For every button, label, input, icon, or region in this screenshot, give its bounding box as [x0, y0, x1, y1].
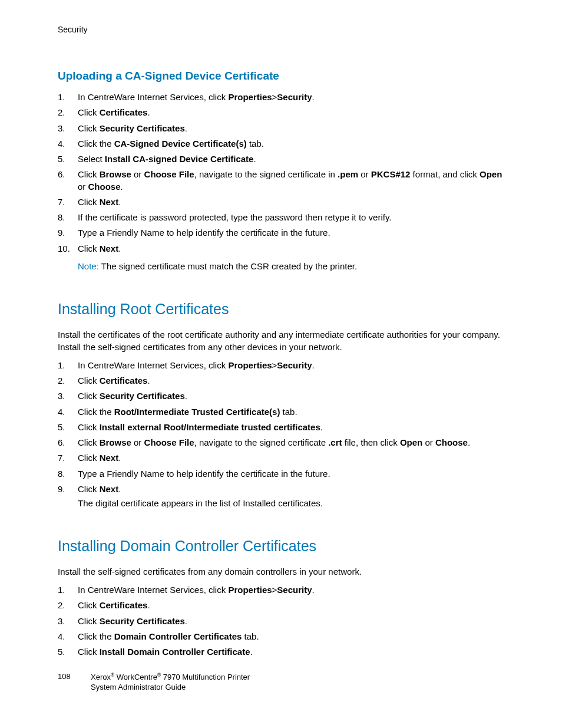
step-text: Click Browse or Choose File, navigate to… [78, 437, 504, 449]
heading-installing-domain: Installing Domain Controller Certificate… [58, 538, 504, 555]
list-item: 7.Click Next. [58, 450, 504, 466]
list-item: 6.Click Browse or Choose File, navigate … [58, 167, 504, 195]
note-label: Note: [78, 261, 99, 271]
note-uploading-ca-signed: Note: The signed certificate must match … [78, 261, 504, 271]
note-text: The signed certificate must match the CS… [99, 261, 357, 271]
step-text: Click the Domain Controller Certificates… [78, 631, 504, 643]
steps-installing-root: 1.In CentreWare Internet Services, click… [58, 358, 504, 497]
step-number: 6. [58, 437, 78, 449]
step-number: 10. [58, 243, 78, 255]
step-text: Click Security Certificates. [78, 615, 504, 627]
step-number: 9. [58, 483, 78, 495]
list-item: 6.Click Browse or Choose File, navigate … [58, 435, 504, 450]
heading-uploading-ca-signed: Uploading a CA-Signed Device Certificate [58, 70, 504, 83]
step-number: 7. [58, 452, 78, 464]
step-text: In CentreWare Internet Services, click P… [78, 584, 504, 596]
list-item: 8.Type a Friendly Name to help identify … [58, 466, 504, 482]
step-number: 4. [58, 138, 78, 150]
list-item: 4.Click the CA-Signed Device Certificate… [58, 136, 504, 151]
step-text: Click Next. [78, 196, 504, 208]
step-text: Click Next. [78, 452, 504, 464]
list-item: 5.Click Install external Root/Intermedia… [58, 420, 504, 435]
steps-uploading-ca-signed: 1.In CentreWare Internet Services, click… [58, 90, 504, 256]
page-number: 108 [58, 672, 91, 681]
steps-installing-domain: 1.In CentreWare Internet Services, click… [58, 582, 504, 660]
step-number: 2. [58, 375, 78, 387]
step-number: 3. [58, 615, 78, 627]
step-text: Click Certificates. [78, 375, 504, 387]
step-number: 2. [58, 599, 78, 611]
list-item: 1.In CentreWare Internet Services, click… [58, 90, 504, 105]
step-number: 8. [58, 212, 78, 223]
list-item: 3.Click Security Certificates. [58, 388, 504, 404]
step-text: Click Security Certificates. [78, 390, 504, 402]
list-item: 9.Click Next. [58, 482, 504, 497]
step-number: 5. [58, 153, 78, 165]
step-number: 6. [58, 169, 78, 180]
step-text: Click Next. [78, 243, 504, 255]
step-number: 5. [58, 646, 78, 658]
list-item: 2.Click Certificates. [58, 105, 504, 120]
list-item: 7.Click Next. [58, 195, 504, 210]
step-number: 1. [58, 91, 78, 103]
list-item: 3.Click Security Certificates. [58, 121, 504, 136]
step-text: Click Next. [78, 483, 504, 495]
step-number: 4. [58, 406, 78, 418]
step-number: 8. [58, 468, 78, 480]
list-item: 4.Click the Root/Intermediate Trusted Ce… [58, 404, 504, 420]
list-item: 4.Click the Domain Controller Certificat… [58, 629, 504, 644]
step-text: Click Certificates. [78, 599, 504, 611]
step-text: In CentreWare Internet Services, click P… [78, 91, 504, 103]
step-number: 2. [58, 107, 78, 118]
list-item: 1.In CentreWare Internet Services, click… [58, 582, 504, 598]
step-text: Click Certificates. [78, 107, 504, 118]
list-item: 3.Click Security Certificates. [58, 614, 504, 629]
after-installing-root: The digital certificate appears in the l… [78, 497, 504, 508]
step-number: 1. [58, 584, 78, 596]
step-text: Click Install external Root/Intermediate… [78, 421, 504, 433]
step-number: 4. [58, 631, 78, 643]
step-text: Type a Friendly Name to help identify th… [78, 468, 504, 480]
step-number: 5. [58, 421, 78, 433]
intro-installing-domain: Install the self-signed certificates fro… [58, 565, 504, 578]
step-number: 3. [58, 123, 78, 134]
step-text: In CentreWare Internet Services, click P… [78, 360, 504, 371]
list-item: 10.Click Next. [58, 241, 504, 256]
step-number: 7. [58, 196, 78, 208]
intro-installing-root: Install the certificates of the root cer… [58, 328, 504, 353]
list-item: 5.Click Install Domain Controller Certif… [58, 644, 504, 660]
list-item: 2.Click Certificates. [58, 373, 504, 388]
page-footer: 108 Xerox® WorkCentre® 7970 Multifunctio… [58, 672, 250, 693]
step-text: Select Install CA-signed Device Certific… [78, 153, 504, 165]
step-text: Click Browse or Choose File, navigate to… [78, 169, 504, 193]
page-header: Security [58, 25, 504, 34]
step-text: Type a Friendly Name to help identify th… [78, 227, 504, 239]
list-item: 9.Type a Friendly Name to help identify … [58, 225, 504, 241]
step-text: If the certificate is password protected… [78, 212, 504, 223]
list-item: 2.Click Certificates. [58, 598, 504, 613]
step-number: 9. [58, 227, 78, 239]
list-item: 5.Select Install CA-signed Device Certif… [58, 151, 504, 167]
step-text: Click Install Domain Controller Certific… [78, 646, 504, 658]
step-text: Click the Root/Intermediate Trusted Cert… [78, 406, 504, 418]
list-item: 1.In CentreWare Internet Services, click… [58, 358, 504, 373]
footer-line-1: Xerox® WorkCentre® 7970 Multifunction Pr… [91, 672, 250, 683]
step-number: 1. [58, 360, 78, 371]
list-item: 8.If the certificate is password protect… [58, 210, 504, 225]
document-page: Security Uploading a CA-Signed Device Ce… [0, 0, 562, 728]
step-number: 3. [58, 390, 78, 402]
step-text: Click Security Certificates. [78, 123, 504, 134]
footer-line-2: System Administrator Guide [91, 682, 250, 693]
heading-installing-root: Installing Root Certificates [58, 301, 504, 318]
step-text: Click the CA-Signed Device Certificate(s… [78, 138, 504, 150]
